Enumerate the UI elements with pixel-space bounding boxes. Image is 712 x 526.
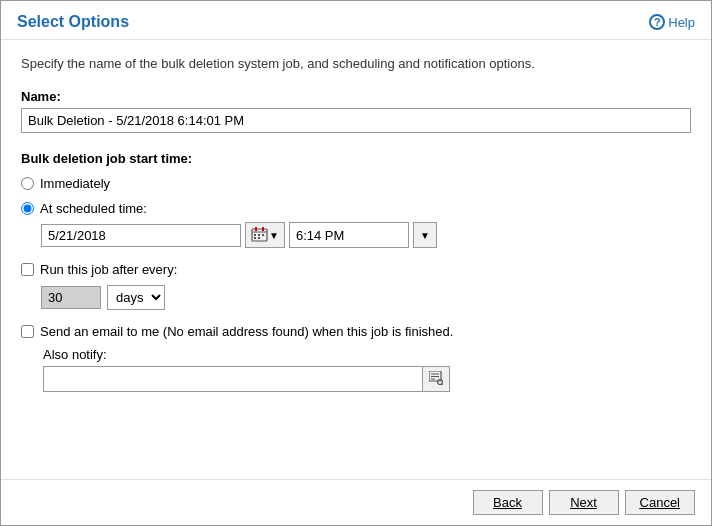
select-options-dialog: Select Options ? Help Specify the name o… [0, 0, 712, 526]
next-label: Next [570, 495, 597, 510]
interval-unit-select[interactable]: days [107, 285, 165, 310]
run-after-section: Run this job after every: days [21, 262, 691, 310]
cancel-button[interactable]: Cancel [625, 490, 695, 515]
help-icon: ? [649, 14, 665, 30]
name-label: Name: [21, 89, 691, 104]
scheduled-label: At scheduled time: [40, 201, 147, 216]
date-input[interactable] [41, 224, 241, 247]
svg-rect-8 [258, 237, 260, 239]
scheduled-option-group: At scheduled time: [21, 201, 691, 248]
email-section: Send an email to me (No email address fo… [21, 324, 691, 392]
svg-rect-5 [258, 234, 260, 236]
dialog-footer: Back Next Cancel [1, 479, 711, 525]
also-notify-label: Also notify: [43, 347, 691, 362]
svg-rect-7 [254, 237, 256, 239]
cancel-label: Cancel [640, 495, 680, 510]
name-input[interactable] [21, 108, 691, 133]
help-label: Help [668, 15, 695, 30]
svg-rect-3 [262, 227, 264, 231]
start-time-radio-group: Immediately At scheduled time: [21, 176, 691, 248]
time-input[interactable] [289, 222, 409, 248]
svg-rect-4 [254, 234, 256, 236]
notify-input-row [43, 366, 691, 392]
immediately-option[interactable]: Immediately [21, 176, 691, 191]
help-link[interactable]: ? Help [649, 14, 695, 30]
svg-rect-2 [255, 227, 257, 231]
calendar-icon [251, 226, 269, 244]
back-button[interactable]: Back [473, 490, 543, 515]
lookup-button[interactable] [423, 366, 450, 392]
calendar-dropdown-arrow: ▼ [269, 230, 279, 241]
scheduled-radio[interactable] [21, 202, 34, 215]
svg-rect-6 [262, 234, 264, 236]
dialog-header: Select Options ? Help [1, 1, 711, 40]
description-text: Specify the name of the bulk deletion sy… [21, 56, 691, 71]
email-label: Send an email to me (No email address fo… [40, 324, 453, 339]
interval-input[interactable] [41, 286, 101, 309]
lookup-icon [429, 371, 443, 388]
scheduled-datetime-row: ▼ ▼ [41, 222, 691, 248]
scheduled-option[interactable]: At scheduled time: [21, 201, 691, 216]
dialog-body: Specify the name of the bulk deletion sy… [1, 40, 711, 479]
interval-row: days [41, 285, 691, 310]
email-checkbox-row: Send an email to me (No email address fo… [21, 324, 691, 339]
immediately-radio[interactable] [21, 177, 34, 190]
immediately-label: Immediately [40, 176, 110, 191]
email-checkbox[interactable] [21, 325, 34, 338]
svg-line-14 [442, 384, 443, 385]
svg-point-13 [438, 379, 443, 384]
time-dropdown-button[interactable]: ▼ [413, 222, 437, 248]
run-after-checkbox-row: Run this job after every: [21, 262, 691, 277]
time-dropdown-arrow: ▼ [420, 230, 430, 241]
start-time-label: Bulk deletion job start time: [21, 151, 691, 166]
notify-input[interactable] [43, 366, 423, 392]
run-after-checkbox[interactable] [21, 263, 34, 276]
dialog-title: Select Options [17, 13, 129, 31]
calendar-button[interactable]: ▼ [245, 222, 285, 248]
run-after-label: Run this job after every: [40, 262, 177, 277]
next-button[interactable]: Next [549, 490, 619, 515]
back-label: Back [493, 495, 522, 510]
